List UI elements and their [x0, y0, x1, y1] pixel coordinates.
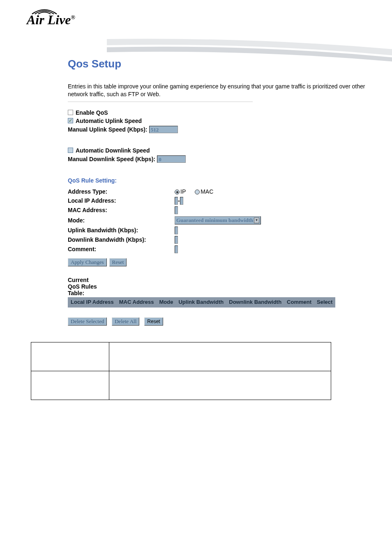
mode-label: Mode:: [68, 215, 175, 226]
apply-changes-button[interactable]: Apply Changes: [68, 258, 107, 266]
divider: [68, 102, 253, 102]
mode-select[interactable]: Guaranteed minimum bandwidth ▼: [175, 216, 261, 224]
local-ip-start-input[interactable]: [175, 197, 178, 205]
auto-downlink-label: Automatic Downlink Speed: [76, 147, 150, 154]
address-type-ip-radio[interactable]: [175, 190, 180, 194]
manual-uplink-label: Manual Uplink Speed (Kbps):: [68, 126, 148, 133]
address-type-mac-radio[interactable]: [195, 190, 200, 194]
mac-address-label: MAC Address:: [68, 206, 175, 215]
reset-rule-button[interactable]: Reset: [109, 258, 127, 266]
manual-uplink-input[interactable]: 512: [149, 126, 178, 133]
table-header-downlink: Downlink Bandwidth: [226, 297, 284, 307]
enable-qos-checkbox[interactable]: [68, 110, 73, 115]
table-header-mode: Mode: [157, 297, 176, 307]
table-header-uplink: Uplink Bandwidth: [176, 297, 226, 307]
reset-table-button[interactable]: Reset: [144, 317, 163, 326]
delete-all-button[interactable]: Delete All: [112, 317, 139, 326]
uplink-bw-input[interactable]: [175, 227, 178, 234]
auto-uplink-checkbox[interactable]: ✓: [68, 118, 73, 123]
manual-downlink-input[interactable]: 0: [157, 155, 186, 163]
page-description: Entries in this table improve your onlin…: [68, 83, 371, 98]
auto-downlink-checkbox[interactable]: [68, 148, 73, 153]
bottom-info-table: [31, 342, 331, 400]
page-title: Qos Setup: [68, 58, 371, 70]
comment-input[interactable]: [175, 245, 178, 253]
chevron-down-icon: ▼: [254, 217, 259, 223]
address-type-label: Address Type:: [68, 187, 175, 196]
table-header-select: Select: [314, 297, 335, 307]
downlink-bw-label: Downlink Bandwidth (Kbps):: [68, 235, 175, 245]
table-header-local-ip: Local IP Address: [68, 297, 117, 307]
local-ip-end-input[interactable]: [180, 197, 183, 205]
mac-address-input[interactable]: [175, 206, 178, 214]
uplink-bw-label: Uplink Bandwidth (Kbps):: [68, 226, 175, 235]
table-header-comment: Comment: [284, 297, 314, 307]
qos-rules-table: Local IP Address MAC Address Mode Uplink…: [68, 297, 335, 308]
manual-downlink-label: Manual Downlink Speed (Kbps):: [68, 156, 155, 162]
enable-qos-label: Enable QoS: [76, 109, 108, 116]
rule-setting-heading: QoS Rule Setting:: [68, 177, 371, 184]
local-ip-label: Local IP Address:: [68, 196, 175, 206]
rules-table-title: Current QoS Rules Table:: [68, 277, 101, 296]
delete-selected-button[interactable]: Delete Selected: [68, 317, 107, 326]
brand-logo: Air Live®: [27, 12, 75, 28]
comment-label: Comment:: [68, 245, 175, 254]
downlink-bw-input[interactable]: [175, 236, 178, 244]
auto-uplink-label: Automatic Uplink Speed: [76, 118, 142, 124]
table-header-mac: MAC Address: [116, 297, 157, 307]
